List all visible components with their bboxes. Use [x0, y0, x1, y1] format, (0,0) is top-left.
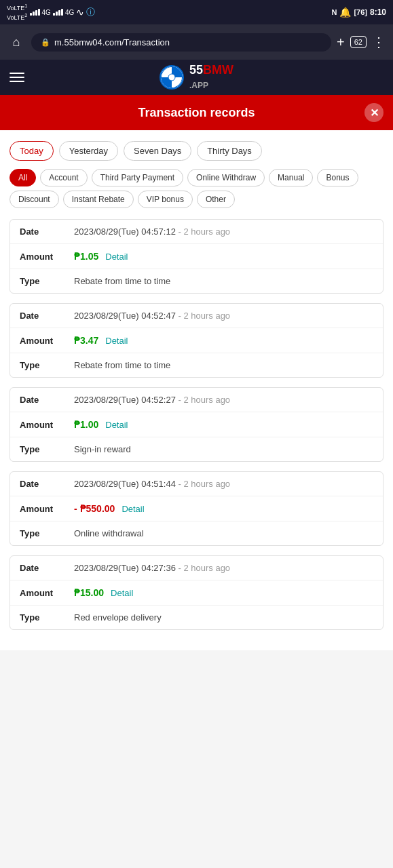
hamburger-line — [10, 77, 24, 78]
clock: 8:10 — [370, 7, 386, 17]
tx-type-value-5: Red envelope delivery — [74, 612, 162, 623]
tx-date-row-5: Date 2023/08/29(Tue) 04:27:36 - 2 hours … — [10, 556, 383, 580]
browser-actions: + 62 ⋮ — [337, 34, 386, 50]
time-filter-group: Today Yesterday Seven Days Thirty Days — [10, 141, 383, 161]
tx-amount-label-4: Amount — [20, 504, 74, 514]
tx-detail-link-4[interactable]: Detail — [121, 504, 144, 514]
hamburger-line — [10, 81, 24, 82]
bmw-logo — [160, 65, 184, 90]
transaction-card-3: Date 2023/08/29(Tue) 04:52:27 - 2 hours … — [10, 387, 383, 462]
brand-logo: 55BMW .APP — [160, 63, 233, 92]
transaction-card-2: Date 2023/08/29(Tue) 04:52:47 - 2 hours … — [10, 303, 383, 378]
tx-amount-value-4: - ₱550.00 — [74, 503, 115, 514]
add-tab-button[interactable]: + — [337, 35, 345, 50]
tx-date-label-2: Date — [20, 311, 74, 321]
tx-type-label-5: Type — [20, 612, 74, 623]
bell-icon: 🔔 — [339, 7, 351, 18]
close-button[interactable]: ✕ — [364, 103, 383, 122]
network-4g: 4G — [42, 9, 51, 16]
tx-amount-value-2: ₱3.47 — [74, 335, 98, 346]
tx-detail-link-2[interactable]: Detail — [105, 336, 128, 346]
tx-amount-row-1: Amount ₱1.05 Detail — [10, 244, 383, 269]
browser-menu-button[interactable]: ⋮ — [372, 34, 386, 50]
time-filter-seven-days[interactable]: Seven Days — [124, 141, 191, 161]
category-filter-group: All Account Third Party Payment Online W… — [10, 169, 383, 208]
page-title-bar: Transaction records ✕ — [0, 95, 393, 130]
tx-amount-value-5: ₱15.00 — [74, 587, 104, 598]
tx-amount-label-3: Amount — [20, 420, 74, 430]
main-content: Today Yesterday Seven Days Thirty Days A… — [0, 130, 393, 650]
tx-amount-value-1: ₱1.05 — [74, 251, 98, 262]
tab-count[interactable]: 62 — [350, 36, 367, 48]
tx-date-label-3: Date — [20, 395, 74, 405]
brand-sub: .APP — [189, 81, 208, 90]
signal-icon — [30, 9, 40, 16]
tx-type-row-2: Type Rebate from time to time — [10, 353, 383, 377]
tx-amount-row-2: Amount ₱3.47 Detail — [10, 328, 383, 353]
tx-type-label-1: Type — [20, 276, 74, 286]
nfc-icon: N — [331, 8, 337, 16]
tx-amount-row-5: Amount ₱15.00 Detail — [10, 580, 383, 606]
tx-date-value-1: 2023/08/29(Tue) 04:57:12 - 2 hours ago — [74, 226, 230, 237]
page-title: Transaction records — [138, 106, 255, 120]
tx-date-value-3: 2023/08/29(Tue) 04:52:27 - 2 hours ago — [74, 395, 230, 405]
cat-all[interactable]: All — [10, 169, 36, 186]
cat-online-withdraw[interactable]: Online Withdraw — [187, 169, 265, 186]
tx-amount-row-3: Amount ₱1.00 Detail — [10, 412, 383, 437]
tx-type-value-4: Online withdrawal — [74, 528, 144, 538]
time-filter-today[interactable]: Today — [10, 141, 54, 161]
brand-name: 55BMW .APP — [189, 63, 233, 92]
cat-bonus[interactable]: Bonus — [317, 169, 358, 186]
carrier-label: VoLTE1 VoLTE2 — [7, 3, 28, 22]
brand-name-bmw: BMW — [203, 63, 233, 77]
transaction-card-1: Date 2023/08/29(Tue) 04:57:12 - 2 hours … — [10, 219, 383, 294]
tx-amount-label-2: Amount — [20, 336, 74, 346]
tx-amount-label-5: Amount — [20, 588, 74, 598]
time-filter-yesterday[interactable]: Yesterday — [59, 141, 118, 161]
tx-date-value-5: 2023/08/29(Tue) 04:27:36 - 2 hours ago — [74, 563, 230, 573]
cat-vip-bonus[interactable]: VIP bonus — [138, 191, 193, 208]
tx-date-value-2: 2023/08/29(Tue) 04:52:47 - 2 hours ago — [74, 311, 230, 321]
cat-account[interactable]: Account — [40, 169, 87, 186]
info-icon: ⓘ — [86, 6, 95, 18]
tx-type-label-2: Type — [20, 360, 74, 370]
browser-bar: ⌂ 🔒 m.55bmw04.com/Transaction + 62 ⋮ — [0, 24, 393, 60]
status-right: N 🔔 [76] 8:10 — [331, 7, 386, 18]
tx-type-value-3: Sign-in reward — [74, 444, 131, 454]
transaction-card-5: Date 2023/08/29(Tue) 04:27:36 - 2 hours … — [10, 555, 383, 630]
tx-type-row-4: Type Online withdrawal — [10, 521, 383, 545]
home-button[interactable]: ⌂ — [7, 33, 26, 52]
url-bar[interactable]: 🔒 m.55bmw04.com/Transaction — [31, 33, 331, 52]
cat-instant-rebate[interactable]: Instant Rebate — [63, 191, 134, 208]
tx-type-row-5: Type Red envelope delivery — [10, 606, 383, 629]
network-4g-2: 4G — [65, 9, 74, 16]
hamburger-menu[interactable] — [10, 73, 24, 82]
svg-point-1 — [168, 74, 175, 81]
battery-icon: [76] — [354, 8, 367, 16]
cat-discount[interactable]: Discount — [10, 191, 59, 208]
hamburger-line — [10, 73, 24, 74]
cat-manual[interactable]: Manual — [269, 169, 313, 186]
tx-amount-label-1: Amount — [20, 252, 74, 262]
app-header: 55BMW .APP — [0, 60, 393, 95]
tx-detail-link-5[interactable]: Detail — [111, 588, 133, 598]
tx-type-label-4: Type — [20, 528, 74, 538]
tx-amount-value-3: ₱1.00 — [74, 419, 98, 430]
transaction-card-4: Date 2023/08/29(Tue) 04:51:44 - 2 hours … — [10, 471, 383, 546]
tx-date-row-4: Date 2023/08/29(Tue) 04:51:44 - 2 hours … — [10, 472, 383, 496]
cat-third-party[interactable]: Third Party Payment — [92, 169, 183, 186]
lock-icon: 🔒 — [41, 38, 50, 47]
tx-date-value-4: 2023/08/29(Tue) 04:51:44 - 2 hours ago — [74, 479, 230, 489]
tx-detail-link-1[interactable]: Detail — [105, 252, 128, 262]
time-filter-thirty-days[interactable]: Thirty Days — [197, 141, 262, 161]
tx-date-label-5: Date — [20, 563, 74, 573]
cat-other[interactable]: Other — [197, 191, 235, 208]
tx-type-value-2: Rebate from time to time — [74, 360, 170, 370]
url-text: m.55bmw04.com/Transaction — [54, 37, 170, 47]
tx-type-row-3: Type Sign-in reward — [10, 437, 383, 461]
tx-detail-link-3[interactable]: Detail — [105, 420, 128, 430]
tx-date-label-4: Date — [20, 479, 74, 489]
tx-date-label-1: Date — [20, 226, 74, 237]
tx-date-row-3: Date 2023/08/29(Tue) 04:52:27 - 2 hours … — [10, 388, 383, 412]
wifi-icon: ∿ — [76, 7, 84, 18]
